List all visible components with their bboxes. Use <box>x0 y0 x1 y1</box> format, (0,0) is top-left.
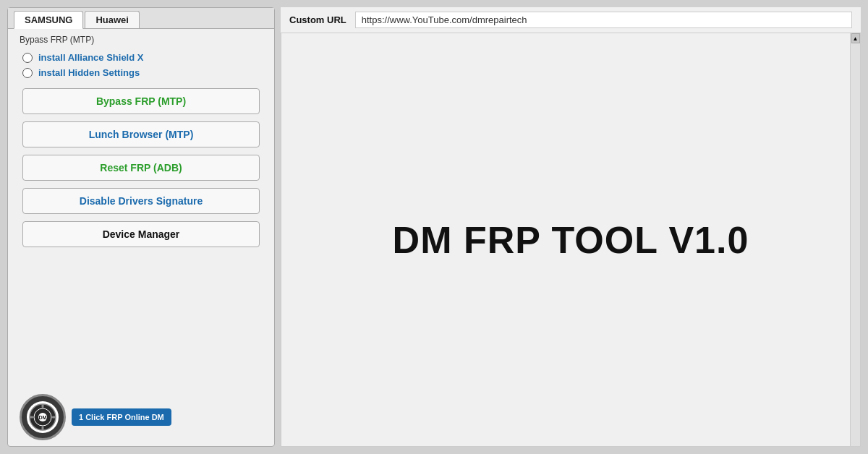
bypass-frp-button[interactable]: Bypass FRP (MTP) <box>22 88 260 114</box>
radio-hidden[interactable]: install Hidden Settings <box>22 67 263 78</box>
radio-alliance-label: install Alliance Shield X <box>38 52 143 63</box>
scroll-up-arrow[interactable]: ▲ <box>851 33 860 43</box>
tool-title: DM FRP TOOL V1.0 <box>393 218 749 262</box>
tab-samsung[interactable]: SAMSUNG <box>14 11 83 29</box>
radio-circle-alliance <box>22 53 33 63</box>
radio-hidden-label: install Hidden Settings <box>38 67 140 78</box>
section-label: Bypass FRP (MTP) <box>8 29 274 48</box>
logo-inner: DM <box>27 401 59 433</box>
svg-text:DM: DM <box>39 415 47 420</box>
content-area: ▲ DM FRP TOOL V1.0 <box>281 33 861 447</box>
left-panel: SAMSUNG Huawei Bypass FRP (MTP) install … <box>7 7 275 447</box>
reset-frp-button[interactable]: Reset FRP (ADB) <box>22 155 260 181</box>
button-group: Bypass FRP (MTP) Lunch Browser (MTP) Res… <box>8 85 274 250</box>
bottom-logo: DM 1 Click FRP Online DM <box>8 388 274 440</box>
lunch-browser-button[interactable]: Lunch Browser (MTP) <box>22 121 260 147</box>
right-panel: Custom URL ▲ DM FRP TOOL V1.0 <box>281 7 861 447</box>
svg-rect-6 <box>30 416 33 419</box>
url-input[interactable] <box>355 12 852 28</box>
svg-rect-7 <box>52 416 56 419</box>
radio-group: install Alliance Shield X install Hidden… <box>8 48 274 85</box>
tab-huawei[interactable]: Huawei <box>85 11 140 28</box>
svg-rect-5 <box>42 427 44 430</box>
url-bar: Custom URL <box>281 7 861 33</box>
svg-rect-4 <box>42 404 44 408</box>
url-label: Custom URL <box>289 14 346 25</box>
logo-circle: DM <box>20 394 66 440</box>
radio-circle-hidden <box>22 68 33 78</box>
device-manager-button[interactable]: Device Manager <box>22 221 260 247</box>
disable-drivers-button[interactable]: Disable Drivers Signature <box>22 188 260 214</box>
tab-bar: SAMSUNG Huawei <box>8 8 274 29</box>
scrollbar: ▲ <box>850 33 860 446</box>
radio-alliance[interactable]: install Alliance Shield X <box>22 52 263 63</box>
logo-badge: 1 Click FRP Online DM <box>72 408 171 426</box>
